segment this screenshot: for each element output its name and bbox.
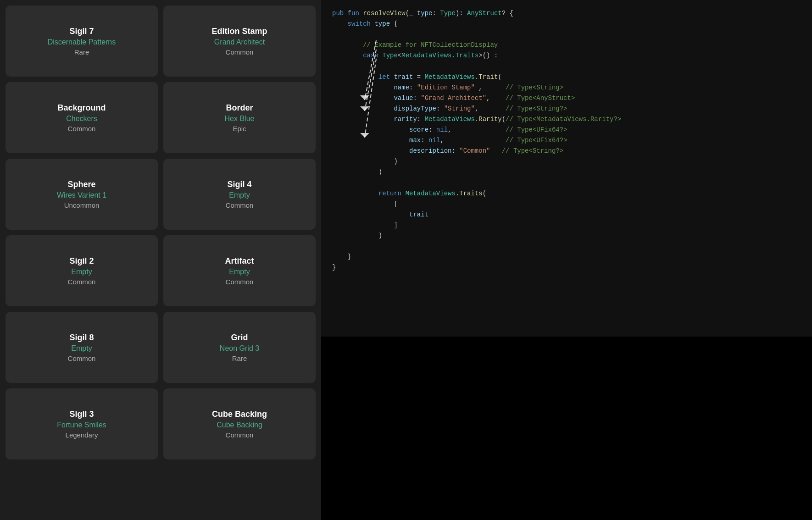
trait-card-value: Neon Grid 3: [220, 344, 259, 353]
trait-card-value: Grand Architect: [214, 38, 265, 46]
trait-card-artifact: ArtifactEmptyCommon: [163, 235, 316, 306]
trait-card-value: Cube Backing: [217, 421, 262, 429]
trait-card-rarity: Common: [226, 431, 254, 439]
trait-card-name: Sphere: [67, 180, 95, 189]
trait-card-rarity: Common: [226, 48, 254, 56]
trait-card-name: Sigil 7: [69, 27, 94, 36]
trait-card-name: Grid: [231, 333, 248, 343]
trait-card-name: Sigil 8: [69, 333, 94, 343]
trait-card-value: Checkers: [66, 115, 97, 123]
trait-card-value: Empty: [71, 344, 92, 353]
trait-card-sigil2: Sigil 2EmptyCommon: [6, 235, 158, 306]
trait-card-name: Border: [226, 103, 253, 113]
code-area: pub fun resolveView(_ type: Type): AnySt…: [321, 0, 812, 337]
code-block: pub fun resolveView(_ type: Type): AnySt…: [332, 8, 801, 273]
trait-card-border: BorderHex BlueEpic: [163, 82, 316, 153]
trait-card-name: Edition Stamp: [212, 27, 267, 36]
trait-card-name: Artifact: [225, 256, 254, 266]
trait-card-cube-backing: Cube BackingCube BackingCommon: [163, 388, 316, 459]
trait-card-rarity: Common: [68, 354, 96, 362]
trait-card-rarity: Legendary: [66, 431, 98, 439]
trait-card-rarity: Rare: [232, 354, 247, 362]
trait-card-value: Empty: [229, 268, 250, 276]
trait-card-name: Sigil 3: [69, 409, 94, 419]
trait-card-grid: GridNeon Grid 3Rare: [163, 312, 316, 383]
trait-card-name: Cube Backing: [212, 409, 267, 419]
trait-card-value: Fortune Smiles: [57, 421, 106, 429]
trait-card-value: Wires Varient 1: [57, 191, 106, 199]
trait-cards-panel: Sigil 7Discernable PatternsRareEdition S…: [0, 0, 321, 520]
trait-card-name: Sigil 4: [227, 180, 251, 189]
trait-card-rarity: Common: [68, 278, 96, 286]
trait-card-rarity: Common: [68, 125, 96, 133]
trait-card-rarity: Epic: [233, 125, 246, 133]
trait-card-background: BackgroundCheckersCommon: [6, 82, 158, 153]
trait-card-value: Discernable Patterns: [48, 38, 116, 46]
code-panel: pub fun resolveView(_ type: Type): AnySt…: [321, 0, 812, 520]
trait-card-sigil3: Sigil 3Fortune SmilesLegendary: [6, 388, 158, 459]
trait-card-value: Hex Blue: [225, 115, 255, 123]
trait-card-rarity: Rare: [74, 48, 89, 56]
trait-card-sigil8: Sigil 8EmptyCommon: [6, 312, 158, 383]
trait-card-rarity: Common: [226, 201, 254, 209]
trait-card-sigil4: Sigil 4EmptyCommon: [163, 159, 316, 230]
trait-card-sphere: SphereWires Varient 1Uncommon: [6, 159, 158, 230]
trait-card-sigil7: Sigil 7Discernable PatternsRare: [6, 6, 158, 77]
trait-card-rarity: Common: [226, 278, 254, 286]
trait-card-value: Empty: [229, 191, 250, 199]
trait-card-edition-stamp: Edition StampGrand ArchitectCommon: [163, 6, 316, 77]
trait-card-name: Background: [57, 103, 106, 113]
trait-card-name: Sigil 2: [69, 256, 94, 266]
trait-card-rarity: Uncommon: [64, 201, 100, 209]
bottom-black-area: [321, 337, 812, 520]
trait-card-value: Empty: [71, 268, 92, 276]
